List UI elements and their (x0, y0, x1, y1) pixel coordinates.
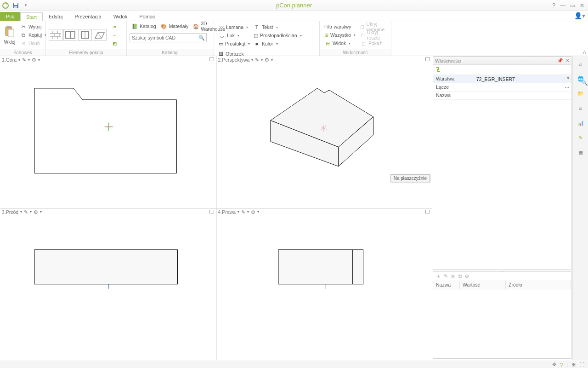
maximize-icon[interactable]: ▭ (570, 2, 575, 9)
vp-maximize-icon[interactable] (425, 210, 430, 213)
save-icon[interactable] (12, 2, 19, 9)
viewport-perspective[interactable]: 2.Perspektywa▾ ✎▾ ⚙▾ Na płaszczyźnie (216, 56, 432, 208)
catalog-button[interactable]: 📗Katalog (130, 22, 158, 30)
window-button[interactable] (93, 29, 107, 41)
panel-pin-icon[interactable]: 📌 (557, 58, 563, 63)
viewport-top[interactable]: 1.Góra▾ ✎▾ ⚙▾ (0, 56, 216, 208)
vp-gear-icon[interactable]: ⚙ (32, 57, 36, 63)
app-title: pCon.planner (276, 2, 312, 9)
vp-maximize-icon[interactable] (425, 58, 430, 61)
add-element-button[interactable]: ▫▾ (110, 23, 119, 30)
viewport-right[interactable]: 4.Prawa▾ ✎▾ ⚙▾ (216, 208, 432, 360)
panel-close-icon[interactable]: ✕ (565, 58, 569, 63)
status-grid-icon[interactable]: ⊞ (571, 362, 576, 368)
prop-name-input[interactable] (476, 93, 569, 98)
close-icon[interactable]: ✕ (580, 2, 584, 9)
help-icon[interactable]: ? (552, 2, 555, 9)
polyline-button[interactable]: 〰Łamana▾ (217, 23, 250, 31)
user-icon[interactable]: 👤▾ (574, 12, 585, 19)
vp-maximize-icon[interactable] (209, 210, 214, 213)
vp-front-label[interactable]: 3.Przód (2, 209, 18, 215)
tab-file[interactable]: Plik (0, 12, 20, 21)
tab-help[interactable]: Pomoc (133, 12, 161, 21)
vp-render-icon[interactable]: ✎ (241, 209, 245, 215)
box-button[interactable]: ◫Prostopadłościan▾ (252, 31, 300, 40)
status-full-icon[interactable]: ⛶ (579, 362, 584, 368)
arc-icon: ◡ (219, 32, 225, 39)
vp-gear-icon[interactable]: ⚙ (251, 209, 255, 215)
prop-link-browse[interactable]: … (563, 83, 571, 91)
wall-button[interactable] (49, 29, 62, 41)
vp-maximize-icon[interactable] (209, 58, 214, 61)
color-button[interactable]: ■Kolor▾ (252, 40, 300, 48)
layer-filter-button[interactable]: Filtr warstwy (322, 23, 356, 31)
dimension-button[interactable]: ↔ (110, 31, 119, 39)
side-layers-icon[interactable]: ≣ (575, 102, 587, 114)
show-icon: ◻ (360, 40, 367, 46)
all-button[interactable]: ⊞Wszystko▾ (322, 31, 356, 39)
text-button[interactable]: TTekst▾ (252, 23, 300, 31)
vp-render-icon[interactable]: ✎ (255, 57, 259, 63)
copy-button[interactable]: ⧉Kopiuj▾ (18, 31, 48, 39)
side-globe-icon[interactable]: 🌐🔍 (575, 73, 587, 85)
side-folder-icon[interactable]: 📁 (575, 87, 587, 99)
attach-del-icon[interactable]: ⊘ (465, 273, 469, 279)
attach-col-value[interactable]: Wartość (460, 281, 506, 289)
side-home-icon[interactable]: ⌂ (575, 58, 587, 70)
prop-layer-value[interactable]: 72_EGR_INSERT (476, 76, 515, 82)
vp-right-label[interactable]: 4.Prawa (218, 209, 236, 215)
attach-toolbar: ＋ ✎ 🗎 ⧉ ⊘ (433, 272, 571, 281)
vp-persp-label[interactable]: 2.Perspektywa (218, 57, 250, 63)
vp-gear-icon[interactable]: ⚙ (265, 57, 269, 63)
room-button[interactable] (63, 29, 77, 41)
vp-gear-icon[interactable]: ⚙ (34, 209, 38, 215)
props-refresh-icon[interactable] (435, 66, 441, 74)
attach-edit-icon[interactable]: ✎ (444, 273, 448, 279)
cad-search[interactable]: 🔍 (130, 33, 207, 42)
door-button[interactable] (78, 29, 92, 41)
minimize-icon[interactable]: — (560, 2, 565, 9)
status-move-icon[interactable]: ✥ (552, 362, 556, 368)
tab-view[interactable]: Widok (107, 12, 134, 21)
attach-add-icon[interactable]: ＋ (436, 273, 441, 280)
ribbon: Wklej ✂Wytnij ⧉Kopiuj▾ ✕Usuń Schowek ▫▾ … (0, 21, 588, 56)
qat-dropdown-icon[interactable]: ▼ (22, 2, 29, 9)
status-help-icon[interactable]: ? (560, 362, 563, 368)
svg-rect-28 (278, 249, 363, 284)
app-icon (2, 2, 9, 9)
color-icon: ■ (254, 40, 260, 47)
cad-search-input[interactable] (130, 35, 197, 40)
tab-start[interactable]: Start (20, 12, 43, 21)
attach-doc-icon[interactable]: 🗎 (451, 274, 456, 279)
attach-col-source[interactable]: Źródło (506, 281, 571, 289)
svg-rect-5 (7, 26, 11, 28)
side-stack-icon[interactable]: ▦ (575, 146, 587, 158)
tab-presentation[interactable]: Prezentacja (69, 12, 107, 21)
prop-link-key: Łącze (433, 83, 475, 91)
rect-icon: ▭ (219, 40, 223, 47)
materials-button[interactable]: 🎨Materiały (159, 22, 191, 30)
ribbon-tabs: Plik Start Edytuj Prezentacja Widok Pomo… (0, 11, 588, 21)
view-icon: ⊟ (324, 40, 331, 46)
view-button[interactable]: ⊟Widok▾ (322, 39, 356, 47)
rect-button[interactable]: ▭Prostokąt▾ (217, 40, 250, 48)
arc-button[interactable]: ◡Łuk▾ (217, 31, 250, 40)
prop-layer-dropdown[interactable]: ▾ (565, 75, 571, 83)
paste-button[interactable]: Wklej (3, 22, 17, 48)
side-chart-icon[interactable]: 📊 (575, 117, 587, 129)
viewport-front[interactable]: 3.Przód▾ ✎▾ ⚙▾ (0, 208, 216, 360)
ribbon-collapse-icon[interactable]: ᐱ (583, 50, 586, 55)
hide-rest-button: ◻Ukryj resztę (358, 31, 389, 39)
attach-copy-icon[interactable]: ⧉ (458, 273, 462, 279)
tab-edit[interactable]: Edytuj (43, 12, 69, 21)
search-icon[interactable]: 🔍 (197, 35, 206, 41)
attach-col-name[interactable]: Nazwa (433, 281, 460, 289)
cut-button[interactable]: ✂Wytnij (18, 23, 48, 31)
copy-icon: ⧉ (20, 32, 27, 38)
side-brush-icon[interactable]: ✎ (575, 132, 587, 144)
vp-render-icon[interactable]: ✎ (24, 209, 28, 215)
floor-button[interactable]: ◩ (110, 40, 119, 47)
vp-render-icon[interactable]: ✎ (22, 57, 26, 63)
prop-link-input[interactable] (476, 85, 561, 90)
vp-top-label[interactable]: 1.Góra (2, 57, 17, 63)
